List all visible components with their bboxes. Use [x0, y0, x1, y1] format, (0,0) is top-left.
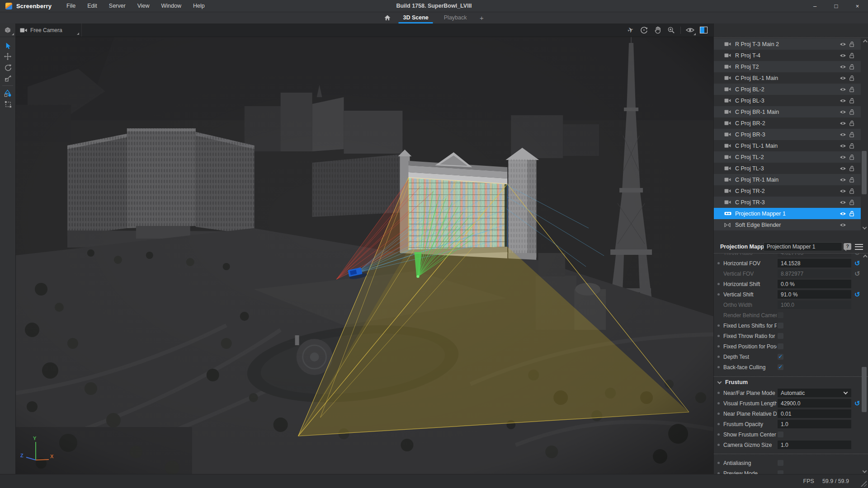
- visibility-eye-icon[interactable]: [838, 200, 847, 205]
- menu-item-window[interactable]: Window: [156, 0, 187, 11]
- checkbox[interactable]: [778, 343, 783, 349]
- close-button[interactable]: ×: [847, 0, 868, 12]
- scrollbar-thumb[interactable]: [862, 151, 867, 194]
- tab-playback[interactable]: Playback: [436, 12, 475, 23]
- orbit-mode-button[interactable]: [638, 24, 650, 36]
- visibility-eye-icon[interactable]: [838, 42, 847, 47]
- lock-icon[interactable]: [847, 143, 856, 149]
- resize-grip[interactable]: [860, 480, 867, 487]
- checkbox[interactable]: [778, 323, 783, 328]
- visibility-eye-icon[interactable]: [838, 65, 847, 69]
- scene-object-row[interactable]: C Proj TR-2: [714, 185, 861, 197]
- scene-object-row[interactable]: C Proj TR-3: [714, 197, 861, 208]
- menu-item-edit[interactable]: Edit: [81, 0, 103, 11]
- menu-item-server[interactable]: Server: [103, 0, 132, 11]
- inspector-scrollbar[interactable]: [861, 254, 868, 474]
- scene-object-row[interactable]: C Proj TL-1 Main: [714, 140, 861, 151]
- menu-item-file[interactable]: File: [61, 0, 81, 11]
- maximize-button[interactable]: □: [826, 0, 847, 12]
- visibility-eye-icon[interactable]: [838, 166, 847, 171]
- visibility-eye-icon[interactable]: [838, 110, 847, 114]
- reset-icon[interactable]: ↺: [854, 291, 860, 298]
- scrollbar-thumb[interactable]: [862, 367, 867, 412]
- scene-object-row[interactable]: R Proj T-4: [714, 50, 861, 61]
- visibility-eye-icon[interactable]: [838, 178, 847, 182]
- scene-object-row[interactable]: Projection Mapper 1: [714, 208, 861, 219]
- scroll-up-button[interactable]: [861, 254, 868, 259]
- property-value-field[interactable]: 0.0 %: [778, 280, 851, 288]
- reset-icon[interactable]: ↺: [854, 260, 860, 267]
- visibility-eye-icon[interactable]: [838, 223, 847, 227]
- move-tool-button[interactable]: [0, 52, 15, 61]
- minimize-button[interactable]: –: [804, 0, 826, 12]
- checkbox[interactable]: [778, 460, 783, 466]
- property-value-field[interactable]: 42900.0: [778, 399, 851, 408]
- lock-icon[interactable]: [847, 211, 856, 216]
- property-value-field[interactable]: 0.01: [778, 409, 851, 418]
- checkbox[interactable]: [778, 432, 783, 437]
- visibility-eye-icon[interactable]: [838, 189, 847, 193]
- scale-tool-button[interactable]: [0, 73, 15, 83]
- select-tool-button[interactable]: [0, 41, 15, 51]
- visibility-eye-icon[interactable]: [838, 132, 847, 137]
- panel-split-toggle-button[interactable]: [698, 24, 709, 36]
- scroll-up-button[interactable]: [861, 39, 868, 44]
- add-tab-button[interactable]: +: [475, 12, 489, 23]
- menu-item-view[interactable]: View: [132, 0, 156, 11]
- visibility-eye-icon[interactable]: [838, 144, 847, 148]
- property-value-field[interactable]: Automatic: [778, 389, 851, 397]
- visibility-eye-icon[interactable]: [838, 121, 847, 126]
- object-list-scrollbar[interactable]: [861, 39, 868, 230]
- scene-object-row[interactable]: C Proj TL-2: [714, 151, 861, 163]
- scene-object-row[interactable]: R Proj T-3 Main 2: [714, 38, 861, 50]
- lock-icon[interactable]: [847, 64, 856, 70]
- visibility-eye-icon[interactable]: [838, 53, 847, 58]
- lock-icon[interactable]: [847, 120, 856, 126]
- scene-object-row[interactable]: C Proj BL-2: [714, 84, 861, 95]
- 3d-scene-canvas[interactable]: Y Z X: [16, 37, 713, 474]
- lock-icon[interactable]: [847, 154, 856, 160]
- pan-mode-button[interactable]: [652, 24, 663, 36]
- scene-object-row[interactable]: C Proj BR-2: [714, 117, 861, 129]
- scene-object-row[interactable]: C Proj TL-3: [714, 163, 861, 174]
- lock-icon[interactable]: [847, 75, 856, 81]
- lock-icon[interactable]: [847, 177, 856, 183]
- visibility-options-button[interactable]: [684, 24, 696, 36]
- visibility-eye-icon[interactable]: [838, 76, 847, 80]
- scene-object-row[interactable]: C Proj BL-3: [714, 95, 861, 106]
- tab-3d-scene[interactable]: 3D Scene: [395, 12, 436, 23]
- visibility-eye-icon[interactable]: [838, 99, 847, 103]
- help-icon[interactable]: ?: [844, 243, 851, 250]
- property-value-field[interactable]: 91.0 %: [778, 290, 851, 299]
- checkbox[interactable]: [778, 333, 783, 339]
- primitives-tool-button[interactable]: [0, 88, 15, 98]
- scene-object-row[interactable]: R Proj T2: [714, 61, 861, 72]
- scene-object-row[interactable]: Soft Edge Blender: [714, 219, 861, 230]
- property-value-field[interactable]: 14.1528: [778, 259, 851, 267]
- scene-object-row[interactable]: C Proj BR-3: [714, 129, 861, 140]
- lock-icon[interactable]: [847, 131, 856, 137]
- lock-icon[interactable]: [847, 41, 856, 47]
- lock-icon[interactable]: [847, 188, 856, 194]
- checkbox[interactable]: ✓: [778, 354, 783, 360]
- zoom-mode-button[interactable]: [665, 24, 677, 36]
- scene-object-row[interactable]: C Proj BR-1 Main: [714, 106, 861, 117]
- scroll-down-button[interactable]: [861, 469, 868, 474]
- menu-item-help[interactable]: Help: [187, 0, 211, 11]
- scroll-down-button[interactable]: [861, 225, 868, 230]
- lock-icon[interactable]: [847, 52, 856, 58]
- rotate-tool-button[interactable]: [0, 62, 15, 72]
- visibility-eye-icon[interactable]: [838, 211, 847, 216]
- home-tab-button[interactable]: [379, 12, 395, 23]
- mapper-name-input[interactable]: [764, 242, 842, 251]
- lock-icon[interactable]: [847, 98, 856, 103]
- property-value-field[interactable]: 1.0: [778, 420, 851, 428]
- fly-mode-button[interactable]: ✈: [625, 24, 636, 36]
- hamburger-menu-icon[interactable]: [855, 244, 863, 250]
- camera-selector-button[interactable]: Free Camera: [16, 23, 82, 37]
- reset-icon[interactable]: ↺: [854, 271, 860, 277]
- lock-icon[interactable]: [847, 199, 856, 205]
- checkbox[interactable]: ✓: [778, 364, 783, 370]
- scene-object-row[interactable]: C Proj TR-1 Main: [714, 174, 861, 185]
- property-value-field[interactable]: 4.027703: [778, 253, 851, 257]
